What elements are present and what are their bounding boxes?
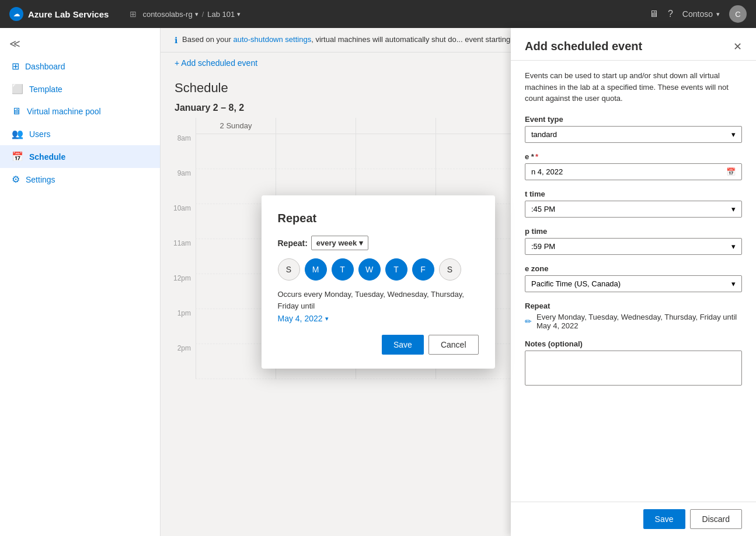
app-logo[interactable]: ☁ Azure Lab Services <box>9 7 109 21</box>
help-icon[interactable]: ? <box>668 9 673 19</box>
occurs-text: Occurs every Monday, Tuesday, Wednesday,… <box>278 289 479 311</box>
day-tuesday[interactable]: T <box>332 258 354 281</box>
repeat-frequency-row: Repeat: every week ▾ <box>278 236 479 250</box>
topnav-right: 🖥 ? Contoso ▾ C <box>649 5 747 23</box>
modal-title: Repeat <box>278 212 479 225</box>
modal-cancel-button[interactable]: Cancel <box>428 335 479 355</box>
user-avatar[interactable]: C <box>729 5 747 23</box>
day-sunday[interactable]: S <box>278 258 300 281</box>
breadcrumb-lab[interactable]: Lab 101 ▾ <box>207 10 241 19</box>
modal-actions: Save Cancel <box>278 335 479 355</box>
breadcrumb: ⊞ contosolabs-rg ▾ / Lab 101 ▾ <box>130 9 241 19</box>
repeat-frequency-dropdown[interactable]: every week ▾ <box>311 236 368 250</box>
day-wednesday[interactable]: W <box>358 258 381 281</box>
until-date-link[interactable]: May 4, 2022 ▾ <box>278 314 479 323</box>
app-name: Azure Lab Services <box>28 9 109 19</box>
app-logo-icon: ☁ <box>9 7 23 21</box>
breadcrumb-separator: / <box>202 10 204 19</box>
breadcrumb-resource-group[interactable]: contosolabs-rg ▾ <box>142 10 198 19</box>
repeat-modal: Repeat Repeat: every week ▾ S M T W T F … <box>262 195 495 369</box>
day-friday[interactable]: F <box>412 258 434 281</box>
tenant-selector[interactable]: Contoso ▾ <box>682 9 720 19</box>
modal-backdrop: Repeat Repeat: every week ▾ S M T W T F … <box>0 28 756 536</box>
days-of-week-row: S M T W T F S <box>278 258 479 281</box>
day-saturday[interactable]: S <box>439 258 461 281</box>
day-monday[interactable]: M <box>305 258 327 281</box>
monitor-icon[interactable]: 🖥 <box>649 9 659 19</box>
day-thursday[interactable]: T <box>385 258 407 281</box>
topnav: ☁ Azure Lab Services ⊞ contosolabs-rg ▾ … <box>0 0 756 28</box>
modal-save-button[interactable]: Save <box>382 335 424 355</box>
